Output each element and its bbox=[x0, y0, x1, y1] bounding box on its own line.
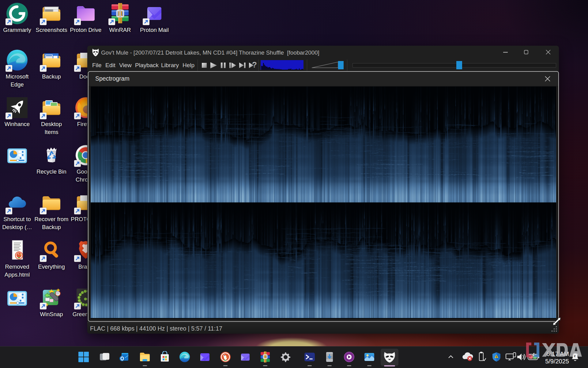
svg-text:?: ? bbox=[252, 60, 257, 69]
